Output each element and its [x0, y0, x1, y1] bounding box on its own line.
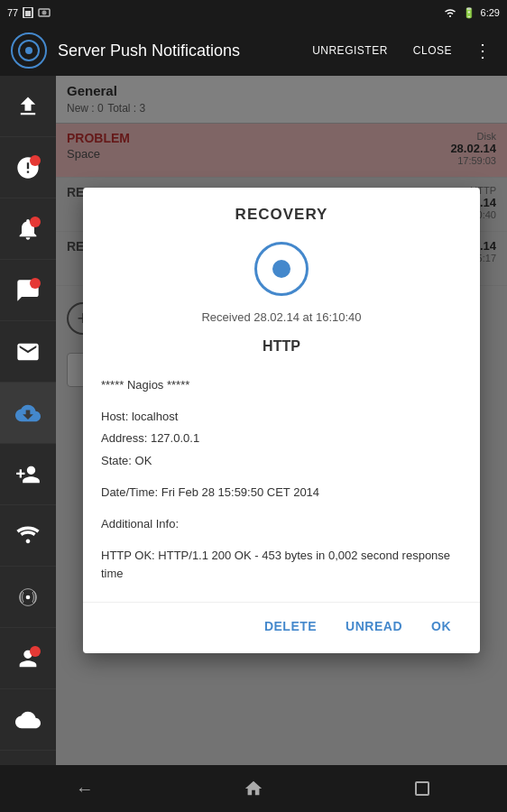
modal-unread-button[interactable]: Unread	[335, 614, 413, 639]
sidebar-item-cloud[interactable]	[0, 689, 56, 751]
modal-body-line-address: Address: 127.0.0.1	[101, 429, 462, 448]
sidebar-item-wifi-person[interactable]	[0, 505, 56, 567]
sidebar-item-cloud-download[interactable]	[0, 383, 56, 444]
sidebar-item-person[interactable]	[0, 628, 56, 689]
modal-received-text: Received 28.02.14 at 16:10:40	[83, 310, 480, 335]
sidebar	[0, 76, 56, 765]
eye-logo	[18, 40, 40, 61]
svg-rect-1	[25, 11, 31, 16]
status-bar: 77 🔋 6:29	[0, 0, 507, 25]
modal-body-line-state: State: OK	[101, 452, 462, 471]
broadcast-icon	[14, 583, 42, 612]
sidebar-item-person-add[interactable]	[0, 444, 56, 505]
modal-body-line-additional: Additional Info:	[101, 515, 462, 534]
time-display: 6:29	[481, 7, 500, 18]
unregister-button[interactable]: UNREGISTER	[305, 39, 395, 62]
modal-eye-pupil	[272, 260, 290, 278]
alert-badge	[30, 155, 41, 166]
modal-body: ***** Nagios ***** Host: localhost Addre…	[83, 369, 480, 602]
speech-badge	[30, 278, 41, 289]
home-button[interactable]	[226, 770, 281, 807]
app-icon	[11, 32, 47, 69]
app-title: Server Push Notifications	[58, 42, 294, 60]
wifi-status-icon	[443, 7, 457, 18]
home-icon	[244, 779, 263, 798]
modal-overlay[interactable]: RECOVERY Received 28.02.14 at 16:10:40 H…	[56, 76, 507, 765]
person-add-icon	[14, 460, 42, 489]
main-content: General New : 0 Total : 3 PROBLEM Space …	[0, 76, 507, 765]
photo-icon	[38, 7, 51, 18]
person-icon	[14, 644, 42, 673]
recent-icon	[415, 781, 429, 796]
bell-badge	[30, 217, 41, 227]
sidebar-item-speech[interactable]	[0, 260, 56, 321]
eye-pupil	[25, 47, 32, 54]
status-left: 77	[7, 7, 51, 18]
modal-delete-button[interactable]: Delete	[254, 614, 327, 639]
modal-ok-button[interactable]: OK	[420, 614, 462, 639]
bell-icon	[14, 215, 42, 244]
status-right: 🔋 6:29	[443, 7, 500, 19]
nav-bar: ←	[0, 765, 507, 812]
svg-point-4	[26, 595, 31, 599]
sim-icon	[22, 7, 34, 18]
modal-icon-row	[83, 235, 480, 310]
modal-body-line-datetime: Date/Time: Fri Feb 28 15:59:50 CET 2014	[101, 484, 462, 503]
battery-icon: 🔋	[463, 7, 475, 19]
cloud-icon	[14, 706, 42, 734]
back-icon: ←	[76, 779, 94, 799]
right-panel: General New : 0 Total : 3 PROBLEM Space …	[56, 76, 507, 765]
modal-body-line-0: ***** Nagios *****	[101, 376, 462, 395]
status-number: 77	[7, 7, 18, 18]
sidebar-item-bell[interactable]	[0, 198, 56, 260]
modal-service-label: HTTP	[83, 335, 480, 369]
back-button[interactable]: ←	[58, 770, 112, 807]
email-icon	[14, 337, 42, 366]
modal-dialog: RECOVERY Received 28.02.14 at 16:10:40 H…	[83, 188, 480, 653]
modal-body-line-host: Host: localhost	[101, 408, 462, 427]
upload-icon	[14, 92, 42, 121]
modal-eye-icon	[254, 242, 309, 296]
speech-icon	[14, 276, 42, 305]
cloud-download-icon	[14, 399, 42, 428]
close-button[interactable]: CLOSE	[406, 39, 459, 62]
modal-body-line-http: HTTP OK: HTTP/1.1 200 OK - 453 bytes in …	[101, 547, 462, 585]
sidebar-item-email[interactable]	[0, 321, 56, 383]
app-bar: Server Push Notifications UNREGISTER CLO…	[0, 25, 507, 76]
svg-point-3	[42, 11, 47, 15]
sidebar-item-alert[interactable]	[0, 137, 56, 198]
modal-footer: Delete Unread OK	[83, 602, 480, 653]
recent-button[interactable]	[395, 770, 449, 807]
modal-title: RECOVERY	[83, 188, 480, 235]
sidebar-item-upload[interactable]	[0, 76, 56, 137]
sidebar-item-broadcast[interactable]	[0, 567, 56, 628]
more-options-icon[interactable]: ⋮	[470, 34, 496, 67]
wifi-person-icon	[14, 521, 42, 550]
person-badge	[30, 646, 41, 657]
alert-icon	[14, 153, 42, 182]
